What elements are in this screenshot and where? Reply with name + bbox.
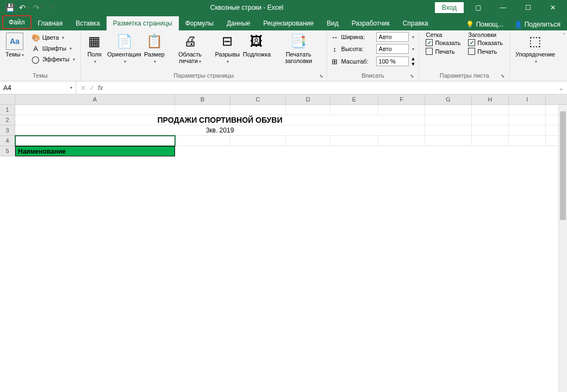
window-title: Сквозные строки - Excel [59,4,435,11]
minimize-icon[interactable]: ― [492,0,514,15]
scale-launcher-icon[interactable]: ⬊ [410,73,414,79]
background-icon: 🖼 [248,33,265,50]
row-header[interactable]: 3 [0,125,15,136]
scale-input[interactable] [376,56,409,66]
active-cell[interactable] [15,136,175,146]
group-sheet-options: Сетка Показать Печать Заголовки Показать… [419,30,510,81]
group-scale-to-fit: ↔Ширина:▾ ↕Высота:▾ ⊞Масштаб:▲▼ Вписать⬊ [327,30,420,81]
themes-icon: Aa [6,33,23,50]
colors-button[interactable]: 🎨Цвета▾ [29,33,77,42]
maximize-icon[interactable]: ☐ [517,0,539,15]
row-header[interactable]: 4 [0,136,15,146]
print-area-icon: 🖨 [182,33,199,50]
width-label: Ширина: [341,34,374,40]
sheet-opts-launcher-icon[interactable]: ⬊ [501,73,505,79]
colors-icon: 🎨 [32,33,40,42]
tab-data[interactable]: Данные [220,16,257,30]
row-header[interactable]: 1 [0,105,15,115]
themes-button[interactable]: Aa Темы▾ [2,31,27,59]
group-label-sheet-opts: Параметры листа⬊ [422,71,506,80]
height-label: Высота: [341,46,374,52]
page-setup-launcher-icon[interactable]: ⬊ [319,73,323,79]
redo-icon[interactable]: ↷▾ [32,1,45,14]
height-input[interactable] [376,44,409,54]
tab-page-layout[interactable]: Разметка страницы [107,16,179,30]
group-label-themes: Темы [2,71,78,80]
formula-bar: A4▾ ✕ ✓ fx ⌄ [0,81,567,94]
tell-me-search[interactable]: 💡Помощ... [462,18,508,30]
column-header[interactable]: F [378,94,425,105]
title-bar: 💾 ↶▾ ↷▾ ▾ Сквозные строки - Excel Вход ▢… [0,0,567,15]
gridlines-label: Сетка [426,31,460,38]
expand-formula-bar-icon[interactable]: ⌄ [555,84,567,92]
name-box[interactable]: A4▾ [0,81,76,94]
login-button[interactable]: Вход [435,2,464,13]
print-area-button[interactable]: 🖨Область печати▾ [167,31,213,66]
column-header[interactable]: D [286,94,331,105]
background-button[interactable]: 🖼Подложка [242,31,271,59]
vertical-scroll-thumb[interactable] [560,111,566,220]
arrange-button[interactable]: ⬚Упорядочение▾ [512,31,558,66]
column-header[interactable]: G [425,94,472,105]
margins-button[interactable]: ▦Поля▾ [83,31,106,66]
fonts-button[interactable]: AШрифты▾ [29,43,77,53]
tab-insert[interactable]: Вставка [69,16,107,30]
breaks-icon: ⊟ [219,33,236,50]
orientation-button[interactable]: 📄Ориентация▾ [107,31,142,66]
grid-print-checkbox[interactable] [426,48,433,55]
group-label-page-setup: Параметры страницы⬊ [83,71,325,80]
width-input[interactable] [376,32,409,42]
grid-show-checkbox[interactable] [426,39,433,46]
orientation-icon: 📄 [116,33,133,50]
close-icon[interactable]: ✕ [542,0,564,15]
tab-formulas[interactable]: Формулы [179,16,220,30]
qat-customize-icon[interactable]: ▾ [46,1,59,14]
undo-icon[interactable]: ↶▾ [17,1,30,14]
tab-home[interactable]: Главная [32,16,70,30]
enter-formula-icon[interactable]: ✓ [89,84,95,92]
column-header[interactable]: I [509,94,546,105]
tab-view[interactable]: Вид [320,16,345,30]
size-icon: 📋 [146,33,163,50]
margins-icon: ▦ [86,33,103,50]
quick-access-toolbar: 💾 ↶▾ ↷▾ ▾ [3,1,59,14]
tab-file[interactable]: Файл [2,15,32,29]
vertical-scrollbar[interactable] [558,105,567,392]
share-button[interactable]: 👤Поделиться [510,18,565,30]
spreadsheet-grid[interactable]: ABCDEFGHI12ПРОДАЖИ СПОРТИВНОЙ ОБУВИ33кв.… [0,94,567,392]
headings-show-checkbox[interactable] [468,39,475,46]
save-icon[interactable]: 💾 [3,1,16,14]
row-header[interactable]: 2 [0,115,15,125]
height-icon: ↕ [331,45,339,53]
effects-icon: ◯ [32,55,40,64]
person-icon: 👤 [514,21,522,28]
size-button[interactable]: 📋Размер▾ [142,31,166,66]
row-header[interactable]: 5 [0,146,15,156]
print-titles-icon: 📑 [290,33,307,50]
bulb-icon: 💡 [466,21,474,28]
tab-review[interactable]: Рецензирование [257,16,320,30]
arrange-icon: ⬚ [527,33,544,50]
column-header[interactable]: B [175,94,230,105]
tab-help[interactable]: Справка [396,16,435,30]
ribbon-display-options-icon[interactable]: ▢ [467,0,489,15]
tab-developer[interactable]: Разработчик [345,16,396,30]
scale-icon: ⊞ [331,57,339,66]
effects-button[interactable]: ◯Эффекты▾ [29,54,77,64]
cancel-formula-icon[interactable]: ✕ [80,84,86,92]
group-page-setup: ▦Поля▾ 📄Ориентация▾ 📋Размер▾ 🖨Область пе… [81,30,327,81]
name-box-dropdown-icon[interactable]: ▾ [70,85,72,90]
fonts-icon: A [32,44,40,53]
print-titles-button[interactable]: 📑Печатать заголовки [273,31,325,65]
column-header[interactable]: H [472,94,509,105]
column-header[interactable]: A [15,94,175,105]
column-header[interactable]: E [331,94,378,105]
column-header[interactable]: C [230,94,286,105]
breaks-button[interactable]: ⊟Разрывы▾ [214,31,241,66]
ribbon: Aa Темы▾ 🎨Цвета▾ AШрифты▾ ◯Эффекты▾ Темы… [0,30,567,81]
insert-function-icon[interactable]: fx [98,84,103,92]
width-icon: ↔ [331,33,339,41]
headings-print-checkbox[interactable] [468,48,475,55]
headings-label: Заголовки [468,31,503,38]
collapse-ribbon-icon[interactable]: ˇ [563,33,565,40]
